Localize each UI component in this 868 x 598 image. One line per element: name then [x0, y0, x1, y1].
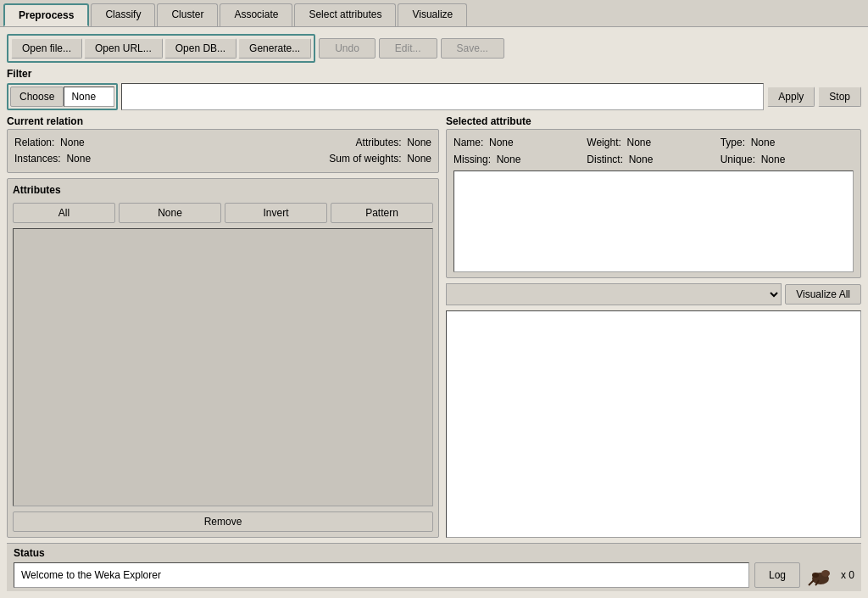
tab-bar: Preprocess Classify Cluster Associate Se…	[0, 0, 868, 27]
pattern-button[interactable]: Pattern	[331, 203, 433, 223]
type-label: Type:	[721, 137, 745, 148]
relation-value: None	[60, 137, 85, 148]
status-message: Welcome to the Weka Explorer	[14, 562, 749, 588]
attributes-value: None	[407, 137, 431, 148]
weight-value: None	[626, 137, 651, 148]
current-relation-section: Current relation Relation: None Instance…	[7, 115, 439, 173]
viz-chart-area	[446, 310, 861, 538]
status-row: Welcome to the Weka Explorer Log x 0	[14, 562, 854, 588]
x-count: x 0	[841, 569, 854, 581]
distinct-label: Distinct:	[587, 154, 623, 165]
filter-label: Filter	[7, 68, 861, 80]
svg-point-1	[821, 570, 830, 577]
missing-field: Missing: None	[453, 152, 587, 167]
filter-section: Filter Choose None Apply Stop	[7, 68, 861, 110]
panels-row: Current relation Relation: None Instance…	[7, 115, 861, 538]
tab-associate[interactable]: Associate	[220, 3, 292, 26]
tab-classify[interactable]: Classify	[91, 3, 155, 26]
visualize-all-button[interactable]: Visualize All	[785, 284, 861, 305]
unique-label: Unique:	[721, 154, 755, 165]
open-url-button[interactable]: Open URL...	[84, 38, 163, 59]
name-value: None	[489, 137, 514, 148]
sum-weights-label: Sum of weights:	[329, 153, 401, 165]
type-value: None	[751, 137, 776, 148]
distinct-field: Distinct: None	[587, 152, 720, 167]
missing-label: Missing:	[453, 154, 491, 165]
viz-controls: Visualize All	[446, 283, 861, 305]
weight-label: Weight:	[587, 137, 620, 148]
bird-icon	[805, 562, 836, 588]
stop-button[interactable]: Stop	[818, 87, 861, 107]
tab-visualize[interactable]: Visualize	[398, 3, 467, 26]
selected-attribute-box: Name: None Weight: None Type: None	[446, 129, 861, 278]
distinct-value: None	[629, 154, 654, 165]
svg-point-2	[812, 573, 819, 578]
selected-attribute-title: Selected attribute	[446, 115, 861, 127]
undo-button: Undo	[319, 38, 376, 59]
unique-field: Unique: None	[721, 152, 854, 167]
toolbar-row: Open file... Open URL... Open DB... Gene…	[7, 34, 861, 63]
generate-button[interactable]: Generate...	[238, 38, 311, 59]
attributes-field: Attributes: None	[329, 135, 431, 151]
tab-preprocess[interactable]: Preprocess	[3, 3, 89, 26]
viz-dropdown[interactable]	[446, 283, 782, 305]
filter-group: Choose None	[7, 83, 118, 110]
apply-button[interactable]: Apply	[767, 87, 815, 107]
left-panel: Current relation Relation: None Instance…	[7, 115, 439, 538]
sum-weights-value: None	[407, 153, 431, 165]
attributes-list[interactable]	[13, 228, 433, 506]
type-field: Type: None	[721, 135, 854, 150]
tab-select-attributes[interactable]: Select attributes	[294, 3, 396, 26]
filter-none-text: None	[64, 87, 114, 107]
relation-field: Relation: None	[14, 135, 91, 151]
filter-input[interactable]	[121, 83, 764, 110]
instances-label: Instances:	[14, 153, 61, 165]
none-button[interactable]: None	[119, 203, 221, 223]
attributes-section: Attributes All None Invert Pattern Remov…	[7, 178, 439, 538]
instances-value: None	[66, 153, 91, 165]
relation-row: Relation: None Instances: None	[14, 135, 431, 167]
relation-label: Relation:	[14, 137, 54, 148]
name-label: Name:	[453, 137, 483, 148]
open-file-button[interactable]: Open file...	[11, 38, 82, 59]
status-title: Status	[14, 547, 854, 559]
relation-left: Relation: None Instances: None	[14, 135, 91, 167]
remove-btn-row: Remove	[13, 511, 433, 532]
right-panel: Selected attribute Name: None Weight: No…	[446, 115, 861, 538]
weight-field: Weight: None	[587, 135, 720, 150]
attr-btn-row: All None Invert Pattern	[13, 203, 433, 223]
all-button[interactable]: All	[13, 203, 115, 223]
open-db-button[interactable]: Open DB...	[164, 38, 236, 59]
selected-attr-grid: Name: None Weight: None Type: None	[453, 135, 854, 167]
attributes-title: Attributes	[13, 184, 433, 196]
content-area: Open file... Open URL... Open DB... Gene…	[0, 27, 868, 598]
instances-field: Instances: None	[14, 151, 91, 167]
status-bar: Status Welcome to the Weka Explorer Log …	[7, 543, 861, 591]
current-relation-box: Relation: None Instances: None	[7, 129, 439, 173]
sum-weights-field: Sum of weights: None	[329, 151, 431, 167]
remove-button[interactable]: Remove	[13, 511, 433, 532]
selected-attribute-section: Selected attribute Name: None Weight: No…	[446, 115, 861, 278]
log-button[interactable]: Log	[754, 562, 800, 588]
missing-value: None	[497, 154, 521, 165]
current-relation-title: Current relation	[7, 115, 439, 127]
save-button: Save...	[441, 38, 504, 59]
filter-choose-button[interactable]: Choose	[10, 87, 64, 107]
main-container: Preprocess Classify Cluster Associate Se…	[0, 0, 868, 598]
attributes-label: Attributes:	[356, 137, 402, 148]
relation-right: Attributes: None Sum of weights: None	[329, 135, 431, 167]
open-buttons-group: Open file... Open URL... Open DB... Gene…	[7, 34, 315, 63]
attribute-visualization	[453, 170, 854, 272]
invert-button[interactable]: Invert	[225, 203, 327, 223]
tab-cluster[interactable]: Cluster	[157, 3, 218, 26]
unique-value: None	[761, 154, 786, 165]
name-field: Name: None	[453, 135, 587, 150]
edit-button: Edit...	[379, 38, 437, 59]
